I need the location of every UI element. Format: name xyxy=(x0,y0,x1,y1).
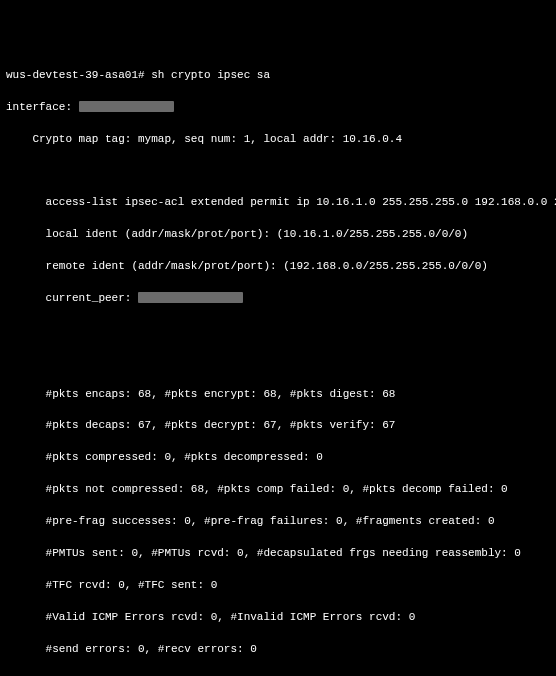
remote-ident-line: remote ident (addr/mask/prot/port): (192… xyxy=(6,259,550,275)
pkts-not-compressed-line: #pkts not compressed: 68, #pkts comp fai… xyxy=(6,482,550,498)
blank xyxy=(6,355,550,371)
tfc-line: #TFC rcvd: 0, #TFC sent: 0 xyxy=(6,578,550,594)
crypto-map-line: Crypto map tag: mymap, seq num: 1, local… xyxy=(6,132,550,148)
access-list-line: access-list ipsec-acl extended permit ip… xyxy=(6,195,550,211)
prompt-line: wus-devtest-39-asa01# sh crypto ipsec sa xyxy=(6,68,550,84)
command: sh crypto ipsec sa xyxy=(151,69,270,81)
interface-line: interface: xyxy=(6,100,550,116)
icmp-valid-line: #Valid ICMP Errors rcvd: 0, #Invalid ICM… xyxy=(6,610,550,626)
redacted-peer xyxy=(138,292,243,303)
pre-frag-line: #pre-frag successes: 0, #pre-frag failur… xyxy=(6,514,550,530)
hostname: wus-devtest-39-asa01# xyxy=(6,69,145,81)
send-errors-line: #send errors: 0, #recv errors: 0 xyxy=(6,642,550,658)
current-peer-line: current_peer: xyxy=(6,291,550,307)
pkts-decaps-line: #pkts decaps: 67, #pkts decrypt: 67, #pk… xyxy=(6,418,550,434)
pmtus-line: #PMTUs sent: 0, #PMTUs rcvd: 0, #decapsu… xyxy=(6,546,550,562)
interface-label: interface: xyxy=(6,101,72,113)
blank xyxy=(6,323,550,339)
pkts-encaps-line: #pkts encaps: 68, #pkts encrypt: 68, #pk… xyxy=(6,387,550,403)
local-ident-line: local ident (addr/mask/prot/port): (10.1… xyxy=(6,227,550,243)
current-peer-label: current_peer: xyxy=(6,292,131,304)
pkts-compressed-line: #pkts compressed: 0, #pkts decompressed:… xyxy=(6,450,550,466)
redacted-interface xyxy=(79,101,174,112)
blank xyxy=(6,163,550,179)
